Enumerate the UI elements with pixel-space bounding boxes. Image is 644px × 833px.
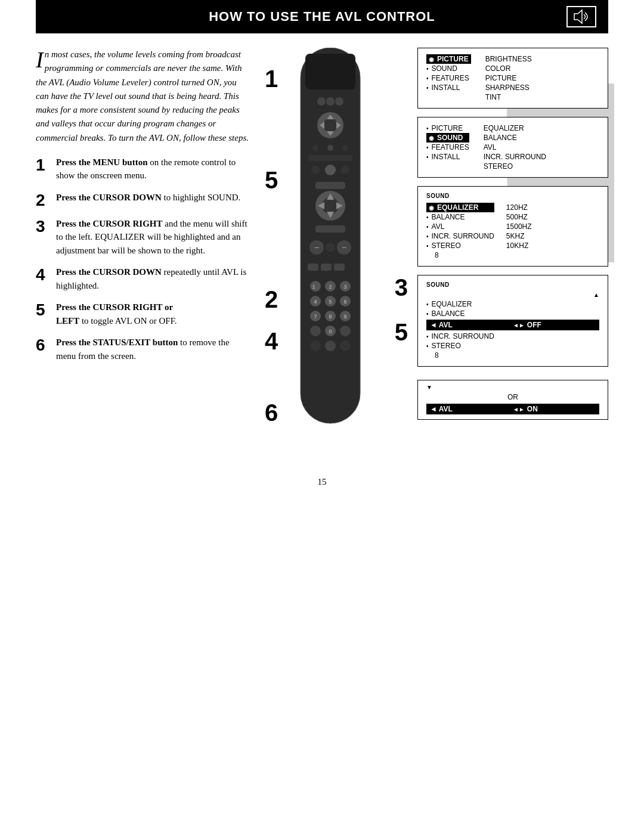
step-5-bold: Press the CURSOR RIGHT orLEFT [56, 302, 173, 326]
speaker-icon [566, 6, 596, 27]
avl-off-eq-label: EQUALIZER [432, 300, 472, 308]
menu-1-right: BRIGHTNESS COLOR PICTURE SHARPNESS TINT [485, 54, 532, 102]
s-avl-label: AVL [432, 222, 445, 231]
step-3-bold: Press the CURSOR RIGHT [56, 219, 162, 228]
menu-box-1: ◉ PICTURE • SOUND • FEATURES [417, 48, 608, 109]
svg-point-23 [322, 197, 339, 214]
avl-on-row: ◄ AVL ◄► ON [426, 404, 599, 414]
bullet-icon: • [426, 85, 429, 91]
svg-text:6: 6 [343, 299, 346, 305]
svg-point-5 [335, 97, 343, 106]
menu-box-avl-off: SOUND ▲ • EQUALIZER • BALANCE [417, 275, 608, 367]
sound-label-2: SOUND [426, 281, 599, 288]
svg-text:7: 7 [314, 314, 317, 320]
step-2-text: Press the CURSOR DOWN to highlight SOUND… [56, 191, 240, 205]
svg-point-4 [326, 97, 335, 106]
picture-label: PICTURE [485, 74, 517, 82]
incr-label: INCR. SURROUND [484, 153, 546, 161]
svg-rect-17 [336, 155, 352, 161]
avl-on-highlight: ◄ AVL ◄► ON [426, 404, 599, 414]
avl-off-balance-label: BALANCE [432, 309, 465, 318]
s-stereo: • STEREO [426, 241, 494, 250]
menu-box-sound-eq: SOUND ◉ EQUALIZER • BALANCE [417, 186, 608, 267]
intro-body: n most cases, the volume levels coming f… [36, 49, 249, 143]
svg-text:9: 9 [343, 314, 346, 320]
s-avl: • AVL [426, 222, 494, 231]
avl-off-8: 8 [426, 351, 599, 360]
step-6-text: Press the STATUS/EXIT button to remove t… [56, 336, 250, 363]
s-8-label: 8 [435, 251, 439, 259]
menu-2-install-label: INSTALL [432, 153, 460, 161]
menu-2-picture: • PICTURE [426, 123, 469, 133]
svg-text:0: 0 [329, 329, 332, 335]
svg-text:2: 2 [329, 284, 332, 290]
bullet-icon: • [426, 144, 429, 151]
overlay-3: 3 [395, 274, 408, 301]
menu-1-features-label: FEATURES [432, 74, 469, 82]
menu-1-brightness: BRIGHTNESS [485, 54, 532, 64]
step-1-number: 1 [36, 157, 50, 174]
page-title: How to Use the AVL Control [78, 9, 566, 24]
balance-label: BALANCE [484, 134, 517, 142]
step-2-number: 2 [36, 192, 50, 209]
bullet-icon: • [426, 311, 429, 317]
avl-off-stereo-label: STEREO [432, 342, 461, 350]
avl-label: AVL [484, 143, 497, 151]
drop-cap: I [36, 50, 44, 69]
menu-1-install: • INSTALL [426, 83, 471, 92]
s-incr: • INCR. SURROUND [426, 231, 494, 241]
svg-point-14 [342, 145, 348, 151]
overlay-4: 4 [265, 328, 278, 355]
freq-10k: 10KHZ [506, 241, 532, 250]
intro-text: I n most cases, the volume levels coming… [36, 48, 250, 145]
freq-120-label: 120HZ [506, 203, 528, 212]
main-content: I n most cases, the volume levels coming… [36, 48, 608, 453]
menu-2-picture-label: PICTURE [432, 124, 463, 132]
menu-2-features-label: FEATURES [432, 143, 469, 151]
svg-point-13 [327, 145, 333, 151]
step-5-number: 5 [36, 302, 50, 318]
step-6: 6 Press the STATUS/EXIT button to remove… [36, 336, 250, 363]
freq-1500-label: 1500HZ [506, 222, 532, 231]
step-6-bold: Press the STATUS/EXIT button [56, 337, 178, 347]
page-header: How to Use the AVL Control [36, 0, 608, 33]
or-label: OR [426, 393, 599, 401]
sort-row: ▼ [426, 384, 599, 391]
svg-text:4: 4 [314, 299, 317, 305]
avl-arrow: ◄► [513, 322, 525, 329]
svg-point-60 [325, 340, 336, 351]
menu-1-features: • FEATURES [426, 73, 471, 83]
step-5: 5 Press the CURSOR RIGHT orLEFT to toggl… [36, 301, 250, 327]
menu-2-left: • PICTURE ◉ SOUND • FEATURES [426, 123, 469, 171]
freq-500: 500HZ [506, 212, 532, 222]
menu-2-stereo: STEREO [484, 162, 546, 171]
menu-2-incr: INCR. SURROUND [484, 152, 546, 162]
menu-column: ◉ PICTURE • SOUND • FEATURES [417, 48, 608, 420]
svg-point-18 [311, 166, 320, 174]
svg-point-59 [310, 340, 321, 351]
step-3: 3 Press the CURSOR RIGHT and the menu wi… [36, 217, 250, 258]
sound-label-1: SOUND [426, 193, 599, 199]
freq-500-label: 500HZ [506, 213, 528, 221]
avl-on-arrow: ◄► [513, 406, 525, 413]
step-3-number: 3 [36, 218, 50, 235]
avl-off-balance: • BALANCE [426, 309, 599, 318]
svg-rect-21 [315, 182, 345, 189]
svg-text:5: 5 [329, 299, 332, 305]
overlay-5a: 5 [265, 167, 278, 194]
avl-off-8-label: 8 [435, 351, 439, 360]
svg-text:−: − [314, 243, 319, 252]
svg-point-46 [310, 326, 321, 336]
sharpness-label: SHARPNESS [485, 83, 530, 92]
brightness-label: BRIGHTNESS [485, 55, 532, 63]
avl-off-left: ◄ AVL [430, 321, 513, 329]
svg-point-33 [326, 243, 335, 252]
overlay-6: 6 [265, 400, 278, 426]
menu-1-content: ◉ PICTURE • SOUND • FEATURES [426, 54, 599, 102]
menu-2-balance: BALANCE [484, 133, 546, 143]
svg-text:3: 3 [343, 284, 346, 290]
svg-point-48 [340, 326, 351, 336]
menu-1-picture-label: PICTURE [437, 55, 469, 63]
step-4-text: Press the CURSOR DOWN repeatedly until A… [56, 265, 250, 292]
overlay-1: 1 [265, 66, 278, 92]
